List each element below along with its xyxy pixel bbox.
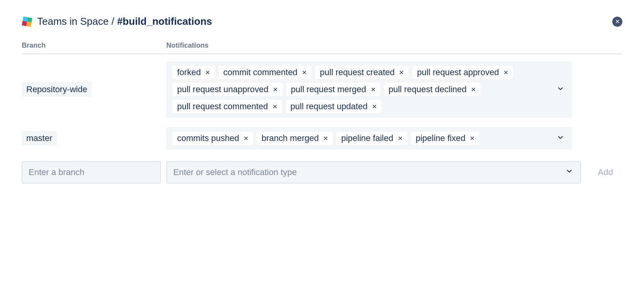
title-separator: /: [109, 15, 117, 27]
branch-tag: Repository-wide: [22, 82, 92, 97]
notification-chip: pull request approved: [412, 66, 513, 79]
notification-select-wrap: Enter or select a notification type: [166, 161, 581, 184]
notification-chip: commits pushed: [173, 132, 253, 145]
svg-rect-3: [26, 22, 32, 27]
notifications-multiselect[interactable]: forked commit commented pull request cre…: [166, 61, 572, 118]
chip-label: pull request approved: [417, 67, 499, 77]
remove-chip-icon[interactable]: [369, 86, 377, 93]
table-row: Repository-wide forked commit commented …: [22, 54, 622, 120]
svg-rect-2: [22, 21, 27, 26]
chip-label: pull request updated: [290, 101, 367, 112]
chip-label: branch merged: [261, 133, 319, 143]
branch-cell: Repository-wide: [22, 61, 166, 118]
notification-chip: branch merged: [257, 132, 333, 145]
chevron-down-icon[interactable]: [565, 167, 573, 177]
channel-name: #build_notifications: [117, 15, 212, 27]
notification-select-placeholder: Enter or select a notification type: [173, 167, 297, 177]
remove-chip-icon[interactable]: [502, 69, 510, 76]
remove-chip-icon[interactable]: [204, 69, 212, 76]
notification-chip: pull request unapproved: [173, 83, 282, 96]
remove-chip-icon[interactable]: [470, 86, 477, 93]
remove-chip-icon[interactable]: [242, 134, 250, 142]
branch-cell: master: [22, 127, 166, 150]
notifications-multiselect[interactable]: commits pushed branch merged pipeline fa…: [166, 127, 572, 150]
remove-chip-icon[interactable]: [271, 103, 279, 110]
remove-chip-icon[interactable]: [322, 134, 330, 142]
chip-label: commits pushed: [177, 133, 239, 143]
chip-label: pull request unapproved: [177, 84, 268, 95]
dialog-header: Teams in Space / #build_notifications ✕: [22, 15, 622, 27]
chip-label: pipeline failed: [341, 133, 393, 143]
chip-label: pull request created: [320, 67, 395, 77]
notifications-cell: commits pushed branch merged pipeline fa…: [166, 127, 572, 150]
chip-label: pull request merged: [291, 84, 366, 95]
chevron-down-icon[interactable]: [557, 85, 564, 94]
chip-label: forked: [177, 67, 201, 77]
table-header: Branch Notifications: [22, 41, 622, 54]
notification-chip: pull request created: [315, 66, 408, 79]
remove-chip-icon[interactable]: [301, 69, 308, 76]
notification-chip: pull request commented: [173, 100, 282, 113]
chip-label: pull request commented: [177, 101, 268, 112]
slack-icon: [22, 16, 32, 27]
remove-chip-icon[interactable]: [398, 69, 405, 76]
notification-chip: pipeline failed: [337, 132, 407, 145]
notification-type-select[interactable]: Enter or select a notification type: [166, 161, 581, 184]
branch-tag: master: [22, 131, 57, 146]
remove-chip-icon[interactable]: [272, 86, 279, 93]
header-left: Teams in Space / #build_notifications: [22, 15, 212, 27]
notifications-cell: forked commit commented pull request cre…: [166, 61, 572, 118]
column-header-branch: Branch: [22, 41, 166, 50]
add-button[interactable]: Add: [589, 162, 622, 183]
close-icon: ✕: [615, 19, 620, 24]
team-name: Teams in Space: [37, 15, 109, 27]
remove-chip-icon[interactable]: [468, 134, 476, 142]
add-row: Enter or select a notification type Add: [22, 152, 622, 184]
svg-rect-0: [23, 16, 28, 22]
notification-chip: pull request updated: [286, 100, 381, 113]
notification-chip: pull request declined: [384, 83, 481, 96]
dialog-title: Teams in Space / #build_notifications: [37, 15, 212, 27]
branch-input[interactable]: [22, 161, 161, 184]
remove-chip-icon[interactable]: [371, 103, 378, 110]
notification-chip: pipeline fixed: [411, 132, 479, 145]
notification-chip: commit commented: [219, 66, 311, 79]
column-header-notifications: Notifications: [166, 41, 580, 50]
notification-chip: forked: [173, 66, 215, 79]
chevron-down-icon[interactable]: [557, 134, 564, 143]
close-button[interactable]: ✕: [612, 17, 622, 27]
table-row: master commits pushed branch merged pipe…: [22, 120, 622, 152]
remove-chip-icon[interactable]: [396, 134, 404, 142]
branch-input-wrap: [22, 161, 161, 184]
chip-label: pull request declined: [389, 84, 467, 95]
svg-rect-1: [27, 17, 32, 22]
chip-label: commit commented: [223, 67, 297, 77]
chip-label: pipeline fixed: [416, 133, 465, 143]
notification-chip: pull request merged: [286, 83, 380, 96]
